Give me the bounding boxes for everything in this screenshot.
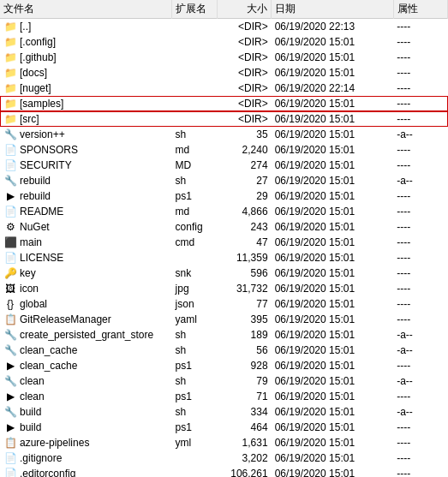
table-row[interactable]: 📋 GitReleaseManager yaml39506/19/2020 15…	[0, 312, 448, 327]
table-row[interactable]: 📄 SECURITY MD27406/19/2020 15:01----	[0, 158, 448, 173]
table-row[interactable]: 📁 [src] <DIR>06/19/2020 15:01----	[0, 111, 448, 127]
table-row[interactable]: 📄 .gitignore 3,20206/19/2020 15:01----	[0, 450, 448, 466]
file-date-cell: 06/19/2020 22:14	[272, 80, 394, 96]
file-attr-cell: ----	[393, 65, 447, 80]
file-attr-cell: ----	[393, 450, 447, 466]
file-size-cell: <DIR>	[217, 65, 271, 80]
col-header-name[interactable]: 文件名	[0, 0, 172, 19]
sh-icon: 🔧	[3, 128, 17, 141]
parent-icon: 📁	[3, 20, 17, 33]
file-attr-cell: ----	[393, 389, 447, 404]
table-row[interactable]: 📄 .editorconfig 106,26106/19/2020 15:01-…	[0, 466, 448, 477]
file-date-cell: 06/19/2020 15:01	[272, 450, 394, 466]
table-row[interactable]: 🔧 rebuild sh2706/19/2020 15:01-a--	[0, 173, 448, 188]
file-name: clean	[20, 391, 45, 402]
file-date-cell: 06/19/2020 15:01	[272, 65, 394, 80]
file-name-cell: 📁 [samples]	[0, 96, 172, 111]
generic-icon: 📄	[3, 451, 17, 465]
file-name: rebuild	[20, 175, 51, 187]
table-row[interactable]: 🔧 clean_cache sh5606/19/2020 15:01-a--	[0, 343, 448, 358]
col-header-date[interactable]: 日期	[272, 0, 394, 19]
file-size-cell: 189	[217, 327, 271, 343]
file-name-cell: 📁 [src]	[0, 111, 172, 127]
table-row[interactable]: 📄 LICENSE 11,35906/19/2020 15:01----	[0, 250, 448, 265]
file-name: [.github]	[20, 51, 57, 63]
file-name-cell: 🔧 clean_cache	[0, 343, 172, 358]
table-row[interactable]: 📄 SPONSORS md2,24006/19/2020 15:01----	[0, 142, 448, 158]
file-ext-cell	[172, 450, 218, 466]
cmd-icon: ⬛	[3, 236, 17, 249]
file-size-cell: 3,202	[217, 450, 271, 466]
file-attr-cell: ----	[393, 466, 447, 477]
file-name: SPONSORS	[20, 144, 78, 156]
table-row[interactable]: ⬛ main cmd4706/19/2020 15:01----	[0, 235, 448, 250]
file-name: [samples]	[20, 98, 63, 110]
file-size-cell: 27	[217, 173, 271, 188]
file-name-cell: 📁 [.config]	[0, 34, 172, 50]
file-ext-cell	[172, 34, 218, 50]
file-name: [docs]	[20, 67, 47, 79]
md-icon: 📄	[3, 205, 17, 218]
table-row[interactable]: 📁 [nuget] <DIR>06/19/2020 22:14----	[0, 80, 448, 96]
col-header-size[interactable]: 大小	[217, 0, 271, 19]
file-name-cell: ▶ clean_cache	[0, 358, 172, 373]
file-ext-cell	[172, 80, 218, 96]
file-date-cell: 06/19/2020 15:01	[272, 312, 394, 327]
file-date-cell: 06/19/2020 15:01	[272, 373, 394, 389]
file-ext-cell	[172, 65, 218, 80]
table-row[interactable]: 📁 [.github] <DIR>06/19/2020 15:01----	[0, 50, 448, 65]
file-size-cell: 56	[217, 343, 271, 358]
table-row[interactable]: 🔧 create_persisted_grant_store sh18906/1…	[0, 327, 448, 343]
table-row[interactable]: 📋 azure-pipelines yml1,63106/19/2020 15:…	[0, 435, 448, 450]
file-name: NuGet	[20, 221, 50, 233]
table-row[interactable]: ▶ clean ps17106/19/2020 15:01----	[0, 389, 448, 404]
table-row[interactable]: {} global json7706/19/2020 15:01----	[0, 296, 448, 312]
table-row[interactable]: 🖼 icon jpg31,73206/19/2020 15:01----	[0, 281, 448, 296]
file-ext-cell	[172, 50, 218, 65]
file-name-cell: 📄 LICENSE	[0, 250, 172, 265]
table-row[interactable]: 🔧 clean sh7906/19/2020 15:01-a--	[0, 373, 448, 389]
table-row[interactable]: ▶ clean_cache ps192806/19/2020 15:01----	[0, 358, 448, 373]
table-row[interactable]: 📁 [..] <DIR>06/19/2020 22:13----	[0, 19, 448, 35]
col-header-attr[interactable]: 属性	[393, 0, 447, 19]
file-ext-cell: sh	[172, 127, 218, 142]
table-row[interactable]: 📁 [.config] <DIR>06/19/2020 15:01----	[0, 34, 448, 50]
table-row[interactable]: 📁 [samples] <DIR>06/19/2020 15:01----	[0, 96, 448, 111]
table-row[interactable]: 📄 README md4,86606/19/2020 15:01----	[0, 204, 448, 219]
file-attr-cell: ----	[393, 265, 447, 281]
file-name: version++	[20, 128, 65, 140]
file-attr-cell: -a--	[393, 343, 447, 358]
file-size-cell: <DIR>	[217, 50, 271, 65]
table-row[interactable]: ▶ rebuild ps12906/19/2020 15:01----	[0, 188, 448, 204]
file-name-cell: 📄 .gitignore	[0, 450, 172, 466]
table-row[interactable]: ▶ build ps146406/19/2020 15:01----	[0, 420, 448, 435]
file-date-cell: 06/19/2020 15:01	[272, 281, 394, 296]
table-row[interactable]: 🔑 key snk59606/19/2020 15:01----	[0, 265, 448, 281]
file-size-cell: 29	[217, 188, 271, 204]
file-date-cell: 06/19/2020 15:01	[272, 50, 394, 65]
table-row[interactable]: 🔧 build sh33406/19/2020 15:01-a--	[0, 404, 448, 420]
ps1-icon: ▶	[3, 390, 17, 403]
table-row[interactable]: 📁 [docs] <DIR>06/19/2020 15:01----	[0, 65, 448, 80]
file-name-cell: 🔧 clean	[0, 373, 172, 389]
file-ext-cell: ps1	[172, 420, 218, 435]
file-ext-cell: yml	[172, 435, 218, 450]
file-name: icon	[20, 283, 39, 295]
file-size-cell: 243	[217, 219, 271, 235]
file-size-cell: 334	[217, 404, 271, 420]
file-name-cell: ▶ rebuild	[0, 188, 172, 204]
file-name: clean_cache	[20, 360, 77, 372]
config-icon: ⚙	[3, 220, 17, 234]
file-name: global	[20, 298, 47, 310]
file-size-cell: 1,631	[217, 435, 271, 450]
col-header-ext[interactable]: 扩展名	[172, 0, 218, 19]
file-ext-cell: sh	[172, 173, 218, 188]
file-ext-cell	[172, 111, 218, 127]
table-row[interactable]: ⚙ NuGet config24306/19/2020 15:01----	[0, 219, 448, 235]
file-attr-cell: ----	[393, 420, 447, 435]
file-attr-cell: ----	[393, 250, 447, 265]
file-name-cell: 📋 azure-pipelines	[0, 435, 172, 450]
file-size-cell: <DIR>	[217, 111, 271, 127]
table-row[interactable]: 🔧 version++ sh3506/19/2020 15:01-a--	[0, 127, 448, 142]
file-date-cell: 06/19/2020 15:01	[272, 219, 394, 235]
